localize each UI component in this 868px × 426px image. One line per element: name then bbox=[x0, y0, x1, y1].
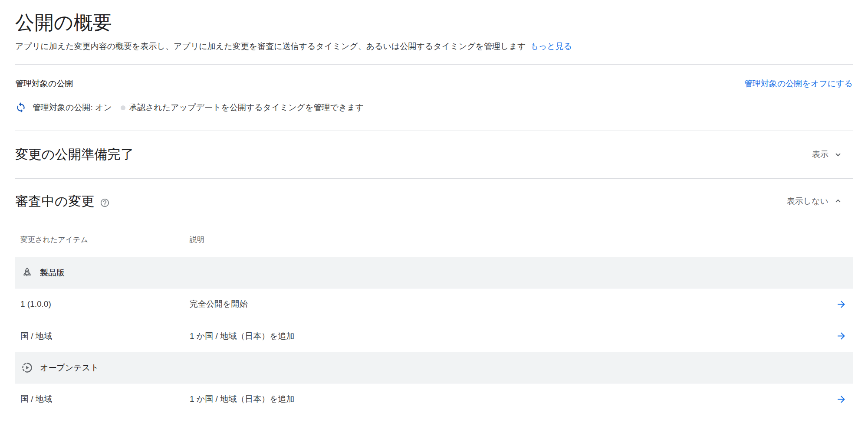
page-description: アプリに加えた変更内容の概要を表示し、アプリに加えた変更を審査に送信するタイミン… bbox=[15, 41, 853, 52]
track-group-label: オープンテスト bbox=[40, 362, 99, 374]
table-header-row: 変更されたアイテム 説明 bbox=[15, 222, 853, 257]
row-description-cell: 完全公開を開始 bbox=[190, 298, 818, 310]
ready-section-toggle[interactable]: 表示 bbox=[812, 149, 843, 160]
row-detail-arrow-button[interactable] bbox=[836, 394, 847, 405]
row-detail-arrow-button[interactable] bbox=[836, 299, 847, 310]
table-row: 国 / 地域 1 か国 / 地域（日本）を追加 bbox=[15, 383, 853, 415]
column-header-item: 変更されたアイテム bbox=[15, 235, 190, 245]
open-testing-icon bbox=[21, 362, 33, 374]
arrow-forward-icon bbox=[836, 394, 847, 405]
ready-section-title: 変更の公開準備完了 bbox=[15, 146, 134, 163]
in-review-toggle-label: 表示しない bbox=[787, 196, 829, 207]
in-review-section-toggle[interactable]: 表示しない bbox=[787, 196, 843, 207]
changes-table: 変更されたアイテム 説明 製品版 1 (1.0.0 bbox=[15, 222, 853, 415]
row-item-cell: 国 / 地域 bbox=[15, 331, 190, 342]
page-description-text: アプリに加えた変更内容の概要を表示し、アプリに加えた変更を審査に送信するタイミン… bbox=[15, 42, 526, 51]
column-header-description: 説明 bbox=[190, 235, 818, 245]
chevron-up-icon bbox=[833, 196, 843, 206]
help-icon[interactable] bbox=[100, 198, 110, 208]
page-title: 公開の概要 bbox=[15, 11, 853, 34]
managed-publishing-label: 管理対象の公開 bbox=[15, 79, 73, 89]
track-group-row-open-testing: オープンテスト bbox=[15, 352, 853, 383]
in-review-section: 審査中の変更 表示しない 変更されたアイテム 説明 bbox=[15, 179, 853, 415]
row-item-cell: 1 (1.0.0) bbox=[15, 299, 190, 309]
ready-toggle-label: 表示 bbox=[812, 149, 829, 160]
in-review-section-title: 審査中の変更 bbox=[15, 193, 95, 210]
row-description-cell: 1 か国 / 地域（日本）を追加 bbox=[190, 331, 818, 342]
table-row: 国 / 地域 1 か国 / 地域（日本）を追加 bbox=[15, 320, 853, 352]
rocket-icon bbox=[21, 267, 33, 279]
chevron-down-icon bbox=[833, 149, 843, 160]
publishing-overview-page: 公開の概要 アプリに加えた変更内容の概要を表示し、アプリに加えた変更を審査に送信… bbox=[0, 11, 868, 415]
managed-publishing-status: 管理対象の公開: オン bbox=[33, 102, 112, 113]
arrow-forward-icon bbox=[836, 331, 847, 341]
row-item-cell: 国 / 地域 bbox=[15, 393, 190, 405]
managed-publishing-status-description: 承認されたアップデートを公開するタイミングを管理できます bbox=[129, 102, 364, 113]
sync-icon bbox=[15, 102, 26, 113]
learn-more-link[interactable]: もっと見る bbox=[530, 42, 572, 51]
table-row: 1 (1.0.0) 完全公開を開始 bbox=[15, 288, 853, 320]
managed-publishing-section: 管理対象の公開 管理対象の公開をオフにする 管理対象の公開: オン 承認されたア… bbox=[15, 65, 853, 131]
row-detail-arrow-button[interactable] bbox=[836, 331, 847, 341]
row-description-cell: 1 か国 / 地域（日本）を追加 bbox=[190, 393, 818, 405]
track-group-label: 製品版 bbox=[40, 267, 65, 279]
ready-to-publish-section: 変更の公開準備完了 表示 bbox=[15, 131, 853, 178]
arrow-forward-icon bbox=[836, 299, 847, 310]
track-group-row-production: 製品版 bbox=[15, 257, 853, 288]
managed-publishing-status-row: 管理対象の公開: オン 承認されたアップデートを公開するタイミングを管理できます bbox=[15, 102, 853, 113]
managed-publishing-off-link[interactable]: 管理対象の公開をオフにする bbox=[744, 79, 853, 89]
dot-separator-icon bbox=[121, 105, 125, 110]
